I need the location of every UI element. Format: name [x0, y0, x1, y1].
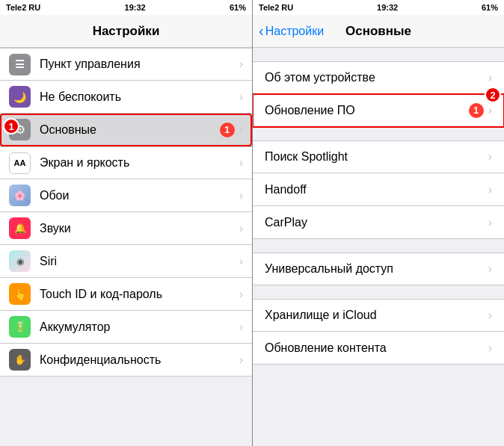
display-label: Экран и яркость — [40, 156, 239, 170]
battery-chevron: › — [239, 320, 243, 334]
right-gap-3 — [253, 127, 504, 140]
touchid-icon: 👆 — [9, 283, 31, 305]
left-time: 19:32 — [125, 3, 146, 12]
sidebar-item-privacy[interactable]: ✋ Конфиденциальность › — [0, 344, 252, 377]
icloud-label: Хранилище и iCloud — [265, 309, 488, 322]
control-center-label: Пункт управления — [40, 58, 239, 71]
spotlight-chevron: › — [488, 150, 492, 164]
about-label: Об этом устройстве — [265, 71, 488, 84]
dnd-icon: 🌙 — [9, 86, 31, 108]
display-chevron: › — [239, 156, 243, 170]
right-section-update: 2 Обновление ПО 1 › — [253, 94, 504, 127]
right-nav-title: Основные — [345, 24, 411, 39]
wallpaper-label: Обои — [40, 189, 239, 202]
battery-label: Аккумулятор — [40, 320, 239, 334]
siri-chevron: › — [239, 255, 243, 268]
right-status-left: Tele2 RU — [259, 3, 293, 12]
handoff-label: Handoff — [265, 183, 488, 196]
accessibility-label: Универсальный доступ — [265, 262, 488, 276]
update-label: Обновление ПО — [265, 104, 469, 117]
privacy-chevron: › — [239, 353, 243, 367]
carplay-label: CarPlay — [265, 216, 488, 229]
sidebar-item-touchid[interactable]: 👆 Touch ID и код-пароль › — [0, 278, 252, 311]
right-gap-1 — [253, 48, 504, 61]
right-section-about: Об этом устройстве › — [253, 61, 504, 94]
battery-icon: 🔋 — [9, 316, 31, 338]
display-icon: AA — [9, 152, 31, 174]
control-center-chevron: › — [239, 58, 243, 71]
left-section-general: 1 ⚙ Основные 1 › — [0, 114, 252, 146]
right-battery: 61% — [482, 3, 498, 12]
left-phone-panel: Tele2 RU 19:32 61% Настройки ☰ Пункт упр… — [0, 0, 252, 446]
left-nav-title: Настройки — [93, 24, 160, 39]
right-nav-back[interactable]: ‹ Настройки — [259, 24, 324, 38]
sidebar-item-wallpaper[interactable]: 🌸 Обои › — [0, 179, 252, 212]
right-section-icloud: Хранилище и iCloud › Обновление контента… — [253, 299, 504, 365]
general-label: Основные — [40, 123, 220, 137]
right-status-right: 61% — [482, 3, 498, 12]
touchid-label: Touch ID и код-пароль — [40, 288, 239, 301]
update-chevron: › — [488, 104, 492, 117]
right-item-update[interactable]: Обновление ПО 1 › — [253, 94, 504, 127]
right-settings-list: Об этом устройстве › 2 Обновление ПО 1 ›… — [253, 48, 504, 446]
right-status-bar: Tele2 RU 19:32 61% — [253, 0, 504, 15]
annotation-circle-1: 1 — [3, 118, 19, 134]
general-chevron: › — [239, 123, 243, 137]
right-item-spotlight[interactable]: Поиск Spotlight › — [253, 140, 504, 173]
right-phone-panel: Tele2 RU 19:32 61% ‹ Настройки Основные … — [252, 0, 504, 446]
right-item-about[interactable]: Об этом устройстве › — [253, 61, 504, 94]
dnd-label: Не беспокоить — [40, 90, 239, 104]
right-item-carplay[interactable]: CarPlay › — [253, 206, 504, 239]
dnd-chevron: › — [239, 90, 243, 104]
annotation-circle-2: 2 — [485, 87, 501, 103]
sidebar-item-general[interactable]: ⚙ Основные 1 › — [0, 114, 252, 146]
wallpaper-chevron: › — [239, 189, 243, 202]
right-item-accessibility[interactable]: Универсальный доступ › — [253, 253, 504, 285]
right-item-handoff[interactable]: Handoff › — [253, 173, 504, 206]
accessibility-chevron: › — [488, 262, 492, 276]
about-chevron: › — [488, 71, 492, 84]
privacy-icon: ✋ — [9, 349, 31, 371]
siri-icon: ◉ — [9, 250, 31, 272]
carplay-chevron: › — [488, 216, 492, 229]
left-settings-list: ☰ Пункт управления › 🌙 Не беспокоить › 1… — [0, 48, 252, 446]
right-item-icloud[interactable]: Хранилище и iCloud › — [253, 299, 504, 332]
sidebar-item-siri[interactable]: ◉ Siri › — [0, 245, 252, 278]
sidebar-item-battery[interactable]: 🔋 Аккумулятор › — [0, 311, 252, 344]
right-gap-5 — [253, 285, 504, 299]
left-status-bar: Tele2 RU 19:32 61% — [0, 0, 252, 15]
left-section-1: ☰ Пункт управления › 🌙 Не беспокоить › — [0, 48, 252, 114]
content-update-chevron: › — [488, 341, 492, 355]
right-item-content-update[interactable]: Обновление контента › — [253, 332, 504, 365]
left-status-right: 61% — [230, 3, 246, 12]
back-chevron-icon: ‹ — [259, 23, 264, 38]
right-nav-bar: ‹ Настройки Основные — [253, 15, 504, 48]
left-carrier: Tele2 RU — [6, 3, 40, 12]
sounds-chevron: › — [239, 222, 243, 235]
control-center-icon: ☰ — [9, 54, 31, 75]
sounds-label: Звуки — [40, 222, 239, 235]
wallpaper-icon: 🌸 — [9, 185, 31, 206]
right-gap-4 — [253, 239, 504, 253]
sidebar-item-control-center[interactable]: ☰ Пункт управления › — [0, 48, 252, 81]
update-badge: 1 — [469, 103, 484, 118]
privacy-label: Конфиденциальность — [40, 353, 239, 367]
sounds-icon: 🔔 — [9, 217, 31, 239]
left-section-2: AA Экран и яркость › 🌸 Обои › 🔔 Звуки › … — [0, 146, 252, 377]
right-time: 19:32 — [377, 3, 398, 12]
handoff-chevron: › — [488, 183, 492, 196]
spotlight-label: Поиск Spotlight — [265, 150, 488, 164]
icloud-chevron: › — [488, 309, 492, 322]
right-section-accessibility: Универсальный доступ › — [253, 253, 504, 285]
sidebar-item-display[interactable]: AA Экран и яркость › — [0, 146, 252, 179]
general-badge: 1 — [220, 123, 235, 137]
right-section-spotlight: Поиск Spotlight › Handoff › CarPlay › — [253, 140, 504, 239]
siri-label: Siri — [40, 255, 239, 268]
content-update-label: Обновление контента — [265, 341, 488, 355]
left-battery: 61% — [230, 3, 246, 12]
left-nav-bar: Настройки — [0, 15, 252, 48]
left-status-left: Tele2 RU — [6, 3, 40, 12]
sidebar-item-sounds[interactable]: 🔔 Звуки › — [0, 212, 252, 245]
sidebar-item-dnd[interactable]: 🌙 Не беспокоить › — [0, 81, 252, 114]
right-carrier: Tele2 RU — [259, 3, 293, 12]
